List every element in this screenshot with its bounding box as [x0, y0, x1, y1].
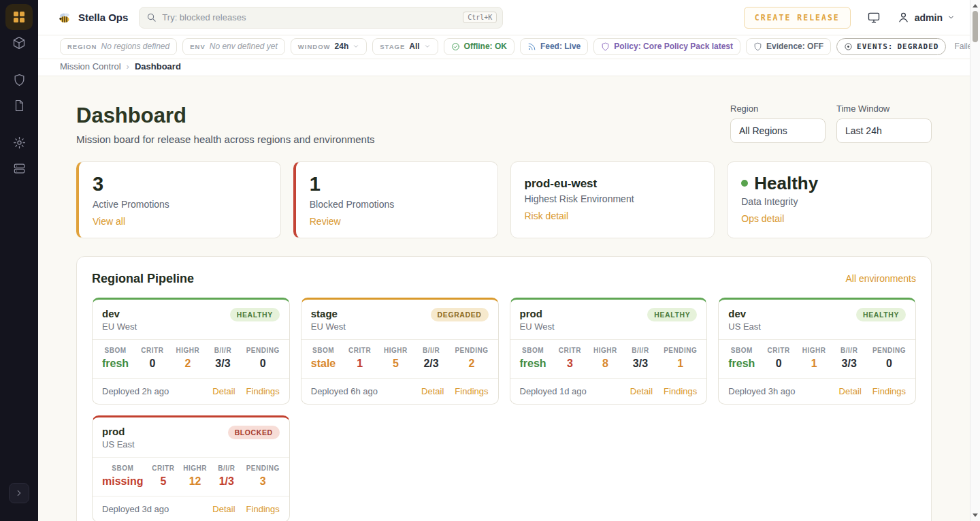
findings-link[interactable]: Findings [664, 386, 697, 396]
page-title: Dashboard [76, 104, 375, 128]
region-chip-value: No regions defined [101, 42, 169, 51]
stat-label-highr: HIGHR [802, 347, 826, 354]
region-filter-chip[interactable]: REGION No regions defined [60, 38, 177, 55]
stat-label-sbom: SBOM [520, 347, 546, 354]
env-region: EU West [520, 321, 555, 332]
evidence-status-text: Evidence: OFF [766, 42, 823, 51]
offline-status-chip[interactable]: Offline: OK [444, 38, 514, 55]
display-mode-button[interactable] [867, 11, 881, 25]
status-badge: HEALTHY [856, 308, 906, 321]
chevron-down-icon [353, 43, 359, 50]
window-chip-value: 24h [335, 42, 349, 51]
env-card-dev-us-east: dev US East HEALTHY SBOMfresh CRITR0 HIG… [718, 298, 916, 405]
view-all-link[interactable]: View all [93, 216, 125, 227]
panel-title: Regional Pipeline [92, 272, 194, 286]
sidebar-item-releases[interactable] [5, 30, 33, 56]
sidebar-item-dashboard[interactable] [5, 4, 33, 30]
env-foot: Deployed 6h ago Detail Findings [301, 379, 498, 404]
ops-detail-link[interactable]: Ops detail [741, 213, 784, 224]
scrollbar-thumb[interactable] [973, 11, 978, 42]
context-bar: REGION No regions defined ENV No env def… [38, 35, 970, 59]
window-chip-label: WINDOW [298, 43, 331, 50]
findings-link[interactable]: Findings [455, 386, 488, 396]
stat-value-sbom: fresh [728, 358, 755, 370]
events-status-chip[interactable]: EVENTS: DEGRADED [836, 38, 946, 55]
sidebar-item-infrastructure[interactable] [5, 155, 33, 181]
stat-value-bir: 2/3 [421, 358, 442, 370]
review-link[interactable]: Review [310, 216, 341, 227]
detail-link[interactable]: Detail [421, 386, 444, 396]
stat-label-pending: PENDING [246, 464, 280, 472]
stat-value-highr: 8 [593, 358, 617, 370]
detail-link[interactable]: Detail [212, 504, 235, 514]
page-subtitle: Mission board for release health across … [76, 133, 375, 145]
env-stats: SBOMfresh CRITR3 HIGHR8 B/I/R3/3 PENDING… [510, 340, 707, 379]
stage-filter-chip[interactable]: STAGE All [372, 38, 438, 55]
policy-status-chip[interactable]: Policy: Core Policy Pack latest [593, 38, 740, 55]
status-badge: DEGRADED [431, 308, 489, 321]
stat-label-pending: PENDING [455, 347, 488, 354]
findings-link[interactable]: Findings [246, 504, 280, 514]
stat-value-highr: 5 [384, 358, 408, 370]
sidebar-item-settings[interactable] [5, 129, 33, 155]
status-badge: BLOCKED [228, 426, 280, 439]
detail-link[interactable]: Detail [839, 386, 862, 396]
detail-link[interactable]: Detail [212, 386, 235, 396]
search-input[interactable] [162, 12, 457, 22]
create-release-button[interactable]: CREATE RELEASE [744, 7, 851, 29]
chevron-down-icon [947, 14, 955, 21]
status-badge: HEALTHY [230, 308, 280, 321]
env-region: US East [728, 321, 761, 332]
time-window-select[interactable]: Last 24h [836, 119, 932, 143]
stat-label-pending: PENDING [246, 347, 280, 354]
stat-value-critr: 0 [141, 358, 163, 370]
package-icon [12, 36, 26, 50]
detail-link[interactable]: Detail [630, 386, 653, 396]
env-region: EU West [311, 321, 346, 332]
window-filter-chip[interactable]: WINDOW 24h [291, 38, 367, 55]
user-icon [897, 11, 910, 24]
region-chip-label: REGION [67, 43, 97, 50]
stat-label-bir: B/I/R [630, 347, 651, 354]
region-select[interactable]: All Regions [730, 119, 826, 143]
sidebar-item-security[interactable] [5, 67, 33, 93]
stat-value-bir: 3/3 [212, 358, 233, 370]
sidebar-item-documents[interactable] [5, 93, 33, 119]
brand[interactable]: Stella Ops [57, 11, 128, 25]
page-content: Dashboard Mission board for release heal… [38, 76, 970, 521]
topbar-right: CREATE RELEASE admin [744, 7, 955, 29]
time-window-filter-label: Time Window [836, 104, 932, 114]
breadcrumb-parent[interactable]: Mission Control [60, 61, 121, 72]
env-name: dev [728, 308, 761, 319]
stat-value-pending: 0 [246, 358, 280, 370]
stat-value-highr: 12 [183, 475, 207, 488]
stat-label-highr: HIGHR [384, 347, 408, 354]
events-value: DEGRADED [897, 42, 938, 51]
env-name: dev [102, 308, 137, 319]
findings-link[interactable]: Findings [246, 386, 280, 396]
env-stats: SBOMmissing CRITR5 HIGHR12 B/I/R1/3 PEND… [93, 458, 289, 496]
bee-logo-icon [57, 11, 72, 25]
feed-status-chip[interactable]: Feed: Live [520, 38, 588, 55]
scrollbar[interactable] [970, 0, 980, 521]
findings-link[interactable]: Findings [872, 386, 906, 396]
user-menu[interactable]: admin [897, 11, 955, 24]
search-bar[interactable]: Ctrl+K [139, 7, 503, 29]
stat-value-highr: 1 [802, 358, 826, 370]
main-column: Stella Ops Ctrl+K CREATE RELEASE admin [38, 0, 970, 521]
data-integrity-label: Data Integrity [741, 196, 917, 207]
regional-pipeline-panel: Regional Pipeline All environments dev E… [76, 256, 932, 521]
scroll-down-arrow-icon[interactable] [973, 514, 978, 517]
highest-risk-value: prod-eu-west [525, 174, 701, 191]
env-filter-chip[interactable]: ENV No env defined yet [182, 38, 285, 55]
search-icon [146, 12, 157, 22]
health-dot-icon [741, 180, 748, 187]
all-environments-link[interactable]: All environments [846, 273, 917, 284]
env-card-head: prod US East BLOCKED [93, 417, 289, 458]
sidebar-expand-button[interactable] [9, 483, 29, 503]
env-card-head: prod EU West HEALTHY [510, 300, 707, 340]
stat-label-bir: B/I/R [838, 347, 860, 354]
risk-detail-link[interactable]: Risk detail [525, 210, 569, 221]
evidence-status-chip[interactable]: Evidence: OFF [746, 38, 831, 55]
scroll-up-arrow-icon[interactable] [973, 4, 978, 7]
